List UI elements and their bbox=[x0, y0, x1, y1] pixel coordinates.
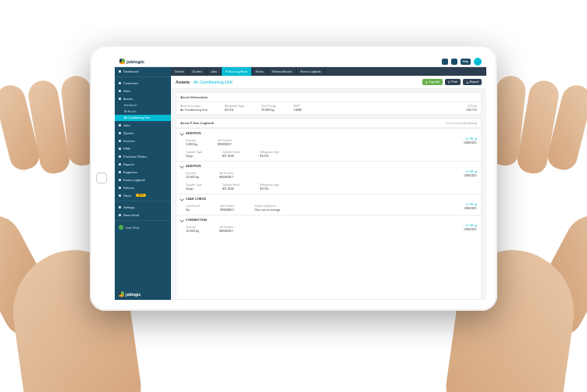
tab-notes[interactable]: Notes bbox=[252, 67, 269, 76]
field-label: CO2e(t) bbox=[466, 105, 477, 108]
tablet-home-button[interactable] bbox=[96, 173, 107, 184]
user-avatar[interactable] bbox=[474, 58, 482, 66]
sidebar-item-news[interactable]: News Feed bbox=[115, 211, 171, 219]
print-button[interactable]: ⎙Print bbox=[445, 79, 461, 85]
live-chat-button[interactable]: Live Chat bbox=[115, 223, 171, 232]
entry-row: Cylinder TypeVirginCylinder SerialRD 103… bbox=[176, 182, 481, 194]
entry-field: Cylinder TypeVirgin bbox=[186, 151, 202, 158]
tab-jobs[interactable]: Jobs bbox=[207, 67, 222, 76]
tab-fgas-logbook[interactable]: F-Gas Log Book bbox=[222, 67, 252, 76]
sidebar-item-forms-logbook[interactable]: Forms Logbook bbox=[115, 176, 171, 184]
field-value: Virgin bbox=[186, 187, 202, 191]
entry-field: Quantity15.000 kg bbox=[186, 172, 199, 179]
entry-field: Refrigerant TypeR1216 bbox=[260, 151, 279, 158]
sidebar-sub-all-assets[interactable]: All Assets bbox=[115, 109, 171, 115]
new-badge: NEW bbox=[136, 194, 146, 197]
entry-type: CORRECTION bbox=[186, 218, 207, 222]
sidebar-item-refcom[interactable]: Refcom bbox=[115, 184, 171, 191]
cloud-icon[interactable] bbox=[442, 59, 448, 65]
entry-field: Job NumberW0000017 bbox=[220, 205, 234, 212]
field-value[interactable]: W0000017 bbox=[219, 176, 233, 179]
sidebar-item-assets[interactable]: Assets bbox=[115, 94, 171, 102]
field-label: Job Number bbox=[219, 226, 233, 229]
sidebar-item-quotes[interactable]: Quotes bbox=[115, 129, 171, 137]
engineers-icon bbox=[119, 171, 121, 173]
entry-field: Cylinder TypeVirgin bbox=[186, 184, 202, 191]
entry-header[interactable]: LEAK CHECK bbox=[176, 194, 481, 203]
entry-header[interactable]: ADDITION bbox=[176, 162, 481, 170]
entry-field: Follow Up ActionsDue rust re-storage bbox=[254, 205, 280, 212]
log-entry: ADDITIONQuantity15.000 kgJob NumberW0000… bbox=[176, 161, 481, 194]
tab-details[interactable]: Details bbox=[171, 67, 189, 76]
help-button[interactable]: Help bbox=[461, 59, 471, 65]
entry-header[interactable]: CORRECTION bbox=[176, 216, 481, 224]
entry-user[interactable]: JL TM bbox=[466, 137, 477, 141]
sidebar-item-dashboard[interactable]: Dashboard bbox=[115, 67, 171, 75]
field-value[interactable]: W0000017 bbox=[218, 143, 232, 146]
field-value: No bbox=[186, 208, 200, 212]
sidebar-item-sites[interactable]: Sites bbox=[115, 87, 171, 94]
page-actions: ✦Log Job ⎙Print ⇲Export bbox=[422, 79, 482, 85]
logo-icon bbox=[119, 59, 125, 64]
field-value[interactable]: W0000017 bbox=[219, 230, 233, 233]
entry-field: Refrigerant TypeR1216 bbox=[260, 184, 279, 191]
sidebar-item-stock[interactable]: StockNEW bbox=[115, 191, 171, 199]
entry-row: Quantity15.000 kgJob NumberW0000017JL TM… bbox=[176, 224, 481, 236]
log-entry: CORRECTIONQuantity15.000 kgJob NumberW00… bbox=[176, 215, 481, 236]
entry-user[interactable]: JL TM bbox=[466, 170, 477, 173]
tab-quotes[interactable]: Quotes bbox=[189, 67, 207, 76]
field-label: Asset Description bbox=[180, 105, 208, 108]
field-label: Total Charge bbox=[261, 105, 276, 108]
ppm-icon bbox=[119, 148, 121, 150]
sidebar-sub-current-asset[interactable]: Air Conditioning Unit bbox=[115, 115, 171, 121]
customers-icon bbox=[119, 82, 121, 84]
refcom-icon bbox=[119, 187, 121, 189]
field-label: Follow Up Actions bbox=[254, 205, 280, 208]
entry-field: Job NumberW0000017 bbox=[219, 226, 233, 233]
entry-date: 13/09/2021 bbox=[464, 228, 477, 231]
sidebar-item-invoices[interactable]: Invoices bbox=[115, 137, 171, 144]
field-value: 246.752 bbox=[466, 109, 477, 112]
log-job-button[interactable]: ✦Log Job bbox=[422, 79, 443, 85]
logbook-entries: ADDITIONQuantity5.000 kgJob NumberW00000… bbox=[176, 128, 481, 236]
entry-user[interactable]: JL TM bbox=[466, 224, 477, 227]
asset-info-panel: Asset Information Asset DescriptionAir C… bbox=[176, 92, 482, 115]
assets-icon bbox=[119, 98, 121, 100]
entry-meta: JL TM 13/09/2021 bbox=[464, 170, 477, 177]
sidebar-item-reports[interactable]: Reports bbox=[115, 160, 171, 168]
field-label: Job Number bbox=[219, 172, 233, 175]
upload-icon[interactable] bbox=[451, 59, 457, 65]
stock-icon bbox=[119, 194, 121, 197]
asset-field: CO2e(t)246.752 bbox=[466, 105, 477, 112]
entry-row: Cylinder TypeVirginCylinder SerialRD 103… bbox=[176, 149, 481, 161]
brand-logo[interactable]: joblogic bbox=[119, 59, 144, 64]
asset-field: GWP11680 bbox=[294, 105, 302, 112]
entry-date: 13/09/2021 bbox=[464, 141, 477, 144]
sidebar-item-purchase-orders[interactable]: Purchase Orders bbox=[115, 152, 171, 160]
record-count: 1 to 4 of 4 records showing bbox=[445, 122, 477, 125]
sidebar-item-ppm[interactable]: PPM bbox=[115, 144, 171, 152]
entry-header[interactable]: ADDITION bbox=[176, 129, 481, 137]
topbar: joblogic Help bbox=[115, 56, 486, 67]
entry-row: Quantity5.000 kgJob NumberW0000017JL TM … bbox=[176, 137, 481, 149]
logo-icon bbox=[119, 291, 124, 297]
settings-icon bbox=[119, 206, 121, 208]
entry-date: 13/09/2021 bbox=[464, 174, 477, 177]
field-value[interactable]: W0000017 bbox=[220, 208, 234, 212]
sidebar-item-settings[interactable]: Settings bbox=[115, 203, 171, 211]
sidebar-sub-add-asset[interactable]: Add Asset bbox=[115, 102, 171, 109]
sidebar-item-engineers[interactable]: Engineers bbox=[115, 168, 171, 176]
field-label: Refrigerant Type bbox=[225, 105, 244, 108]
dashboard-icon bbox=[119, 70, 121, 73]
sidebar-item-customers[interactable]: Customers bbox=[115, 79, 171, 87]
print-icon: ⎙ bbox=[448, 80, 450, 84]
export-button[interactable]: ⇲Export bbox=[463, 79, 482, 85]
log-entry: LEAK CHECKLeak FoundNoJob NumberW0000017… bbox=[176, 194, 481, 215]
sidebar-item-jobs[interactable]: Jobs bbox=[115, 121, 171, 129]
entry-meta: JL TM 13/09/2021 bbox=[464, 203, 477, 210]
entry-row: Quantity15.000 kgJob NumberW0000017JL TM… bbox=[176, 170, 481, 182]
tab-forms-logbook[interactable]: Forms Logbook bbox=[297, 67, 326, 76]
tab-related-assets[interactable]: Related Assets bbox=[268, 67, 296, 76]
field-label: Cylinder Serial bbox=[222, 151, 240, 154]
entry-user[interactable]: JL TM bbox=[466, 203, 477, 206]
